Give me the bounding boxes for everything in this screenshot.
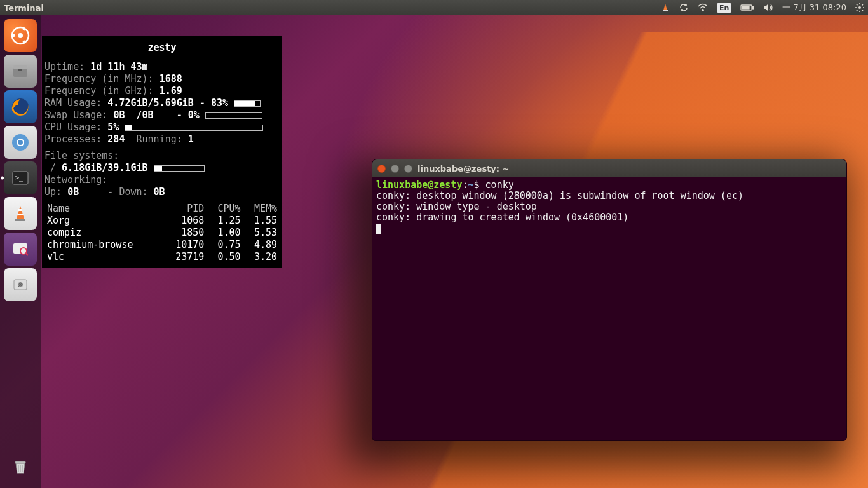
sync-icon[interactable] bbox=[679, 3, 689, 13]
svg-point-12 bbox=[23, 41, 26, 44]
proc-header: PID bbox=[163, 203, 207, 215]
svg-line-28 bbox=[25, 253, 28, 255]
svg-point-7 bbox=[858, 6, 861, 9]
svg-text:>_: >_ bbox=[15, 174, 24, 182]
svg-rect-25 bbox=[15, 219, 25, 221]
proc-header: MEM% bbox=[243, 203, 280, 215]
launcher-chromium[interactable] bbox=[4, 126, 37, 159]
battery-icon[interactable] bbox=[740, 4, 754, 11]
svg-point-10 bbox=[12, 34, 15, 37]
launcher-terminal[interactable]: >_ bbox=[4, 161, 37, 194]
terminal-titlebar[interactable]: linuxbabe@zesty: ~ bbox=[372, 159, 846, 177]
session-gear-icon[interactable] bbox=[855, 3, 864, 12]
proc-row: compiz18501.005.53 bbox=[44, 227, 280, 239]
launcher-dash[interactable] bbox=[4, 19, 37, 52]
clock[interactable]: 一 7月 31 08:20 bbox=[782, 2, 846, 13]
launcher-trash[interactable] bbox=[4, 450, 37, 483]
conky-process-table: NamePIDCPU%MEM% Xorg10681.251.55compiz18… bbox=[44, 203, 280, 263]
launcher-firefox[interactable] bbox=[4, 90, 37, 123]
window-close-button[interactable] bbox=[377, 165, 386, 173]
svg-marker-6 bbox=[764, 4, 768, 11]
svg-rect-23 bbox=[18, 209, 22, 211]
window-minimize-button[interactable] bbox=[391, 165, 399, 173]
vlc-tray-icon[interactable] bbox=[661, 3, 670, 12]
terminal-cursor bbox=[376, 224, 381, 234]
launcher-removable-drive[interactable] bbox=[4, 268, 37, 301]
svg-rect-31 bbox=[15, 461, 25, 463]
svg-point-2 bbox=[702, 10, 703, 11]
proc-header: CPU% bbox=[207, 203, 243, 215]
system-tray: En 一 7月 31 08:20 bbox=[661, 2, 864, 13]
unity-launcher: >_ bbox=[0, 15, 41, 488]
proc-row: Xorg10681.251.55 bbox=[44, 215, 280, 227]
wifi-icon[interactable] bbox=[698, 3, 708, 12]
svg-rect-14 bbox=[13, 65, 27, 69]
launcher-image-viewer[interactable] bbox=[4, 233, 37, 266]
proc-header: Name bbox=[44, 203, 163, 215]
launcher-files[interactable] bbox=[4, 55, 37, 88]
terminal-body[interactable]: linuxbabe@zesty:~$ conky conky: desktop … bbox=[372, 177, 846, 440]
svg-rect-4 bbox=[752, 6, 754, 9]
svg-marker-0 bbox=[663, 4, 667, 10]
proc-row: vlc237190.503.20 bbox=[44, 251, 280, 263]
proc-row: chromium-browse101700.754.89 bbox=[44, 239, 280, 251]
svg-rect-15 bbox=[18, 69, 22, 71]
launcher-vlc[interactable] bbox=[4, 197, 37, 230]
terminal-window[interactable]: linuxbabe@zesty: ~ linuxbabe@zesty:~$ co… bbox=[372, 159, 847, 441]
active-app-title: Terminal bbox=[4, 3, 44, 13]
keyboard-indicator[interactable]: En bbox=[717, 3, 731, 13]
svg-point-9 bbox=[18, 33, 23, 38]
svg-point-11 bbox=[23, 28, 26, 31]
volume-icon[interactable] bbox=[763, 3, 773, 12]
svg-marker-22 bbox=[17, 206, 24, 219]
svg-rect-5 bbox=[742, 6, 749, 9]
svg-rect-1 bbox=[663, 10, 668, 11]
window-maximize-button[interactable] bbox=[404, 165, 412, 173]
terminal-title: linuxbabe@zesty: ~ bbox=[417, 164, 509, 173]
svg-point-19 bbox=[18, 140, 23, 145]
svg-rect-24 bbox=[18, 214, 24, 215]
top-panel: Terminal En 一 7月 31 08:20 bbox=[0, 0, 868, 15]
conky-widget: zesty Uptime: 1d 11h 43m Frequency (in M… bbox=[42, 36, 282, 268]
conky-hostname: zesty bbox=[44, 39, 280, 57]
